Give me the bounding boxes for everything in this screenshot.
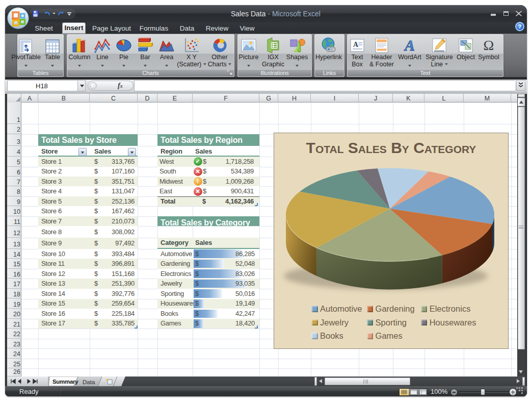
svg-text:A: A — [404, 37, 415, 54]
svg-text:A: A — [353, 41, 359, 48]
svg-text:Ω: Ω — [484, 37, 494, 53]
